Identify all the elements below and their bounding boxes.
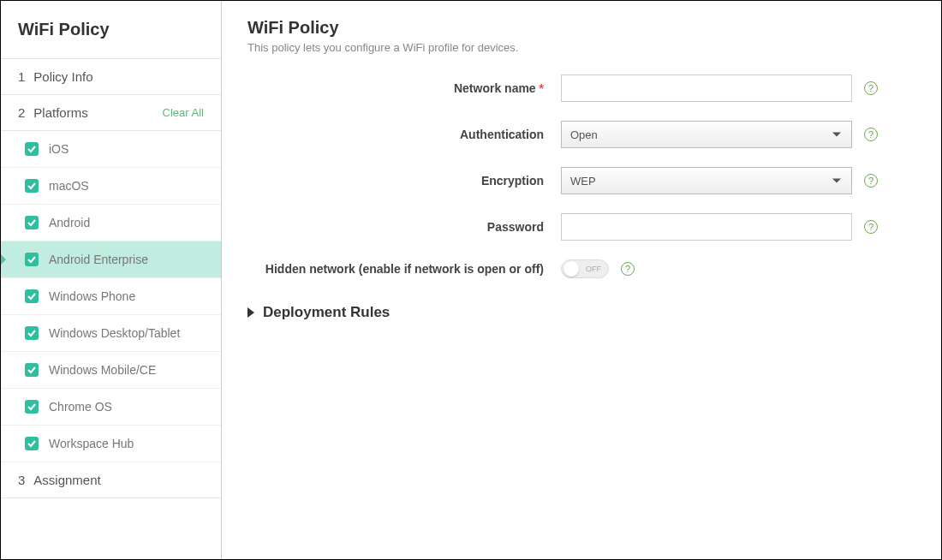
control-wrap: ? [561, 74, 878, 102]
select-value: WEP [570, 175, 596, 188]
help-icon[interactable]: ? [864, 128, 878, 141]
sidebar-item-label: Windows Phone [49, 289, 135, 303]
label-network-name: Network name * [247, 81, 561, 95]
sidebar-item-macos[interactable]: macOS [1, 168, 221, 205]
step-number: 1 [18, 69, 25, 84]
step-number: 2 [18, 105, 25, 120]
sidebar: WiFi Policy 1 Policy Info 2 Platforms Cl… [1, 1, 222, 559]
checkbox-icon[interactable] [25, 437, 39, 450]
checkbox-icon[interactable] [25, 326, 39, 340]
encryption-select[interactable]: WEP [561, 167, 852, 194]
app-container: WiFi Policy 1 Policy Info 2 Platforms Cl… [0, 0, 942, 560]
help-icon[interactable]: ? [864, 81, 878, 95]
label-encryption: Encryption [247, 174, 561, 188]
checkbox-icon[interactable] [25, 363, 39, 377]
checkbox-icon[interactable] [25, 253, 39, 266]
checkbox-icon[interactable] [25, 179, 39, 193]
sidebar-item-android-enterprise[interactable]: Android Enterprise [1, 241, 221, 278]
row-password: Password ? [247, 213, 915, 241]
help-icon[interactable]: ? [864, 174, 878, 188]
nav-step-policy-info[interactable]: 1 Policy Info [1, 59, 221, 95]
password-input[interactable] [561, 213, 852, 241]
deployment-rules-title: Deployment Rules [263, 304, 390, 321]
sidebar-scroll[interactable]: 1 Policy Info 2 Platforms Clear All iOS … [1, 59, 221, 559]
step-label: Policy Info [33, 69, 92, 84]
control-wrap: WEP ? [561, 167, 878, 194]
sidebar-header: WiFi Policy [1, 1, 221, 59]
network-name-input[interactable] [561, 74, 852, 102]
page-title: WiFi Policy [247, 18, 915, 38]
sidebar-item-android[interactable]: Android [1, 205, 221, 241]
sidebar-item-label: iOS [49, 142, 69, 156]
authentication-select[interactable]: Open [561, 121, 852, 148]
control-wrap: Open ? [561, 121, 878, 148]
sidebar-item-chrome-os[interactable]: Chrome OS [1, 389, 221, 426]
sidebar-item-windows-mobile[interactable]: Windows Mobile/CE [1, 352, 221, 389]
checkbox-icon[interactable] [25, 400, 39, 414]
sidebar-item-label: Workspace Hub [49, 437, 134, 450]
main-panel: WiFi Policy This policy lets you configu… [222, 1, 941, 559]
sidebar-item-windows-phone[interactable]: Windows Phone [1, 278, 221, 315]
sidebar-item-label: Chrome OS [49, 400, 112, 414]
clear-all-link[interactable]: Clear All [163, 106, 204, 119]
row-authentication: Authentication Open ? [247, 121, 915, 148]
sidebar-item-label: Windows Desktop/Tablet [49, 326, 180, 340]
step-number: 3 [18, 473, 25, 487]
label-authentication: Authentication [247, 128, 561, 141]
row-network-name: Network name * ? [247, 74, 915, 102]
help-icon[interactable]: ? [621, 262, 635, 276]
nav-step-assignment[interactable]: 3 Assignment [1, 462, 221, 498]
label-password: Password [247, 220, 561, 234]
deployment-rules-toggle[interactable]: Deployment Rules [247, 304, 915, 321]
sidebar-item-label: macOS [49, 179, 89, 193]
sidebar-title: WiFi Policy [18, 20, 204, 39]
hidden-network-toggle[interactable]: OFF [561, 259, 609, 278]
step-label: Assignment [33, 473, 100, 487]
checkbox-icon[interactable] [25, 216, 39, 229]
checkbox-icon[interactable] [25, 142, 39, 156]
help-icon[interactable]: ? [864, 220, 878, 234]
control-wrap: ? [561, 213, 878, 241]
sidebar-item-label: Windows Mobile/CE [49, 363, 156, 377]
sidebar-item-label: Android [49, 216, 90, 229]
checkbox-icon[interactable] [25, 289, 39, 303]
step-label: Platforms [33, 105, 87, 120]
toggle-state: OFF [586, 265, 601, 273]
row-encryption: Encryption WEP ? [247, 167, 915, 194]
chevron-right-icon [247, 307, 254, 318]
label-hidden-network: Hidden network (enable if network is ope… [247, 262, 561, 276]
select-value: Open [570, 128, 598, 141]
sidebar-item-workspace-hub[interactable]: Workspace Hub [1, 426, 221, 462]
sidebar-item-windows-desktop[interactable]: Windows Desktop/Tablet [1, 315, 221, 352]
control-wrap: OFF ? [561, 259, 635, 278]
sidebar-item-ios[interactable]: iOS [1, 131, 221, 168]
sidebar-item-label: Android Enterprise [49, 253, 148, 266]
platform-list: iOS macOS Android Android Enterprise Win [1, 131, 221, 462]
page-subtitle: This policy lets you configure a WiFi pr… [247, 41, 915, 54]
row-hidden-network: Hidden network (enable if network is ope… [247, 259, 915, 278]
nav-step-platforms[interactable]: 2 Platforms Clear All [1, 95, 221, 131]
